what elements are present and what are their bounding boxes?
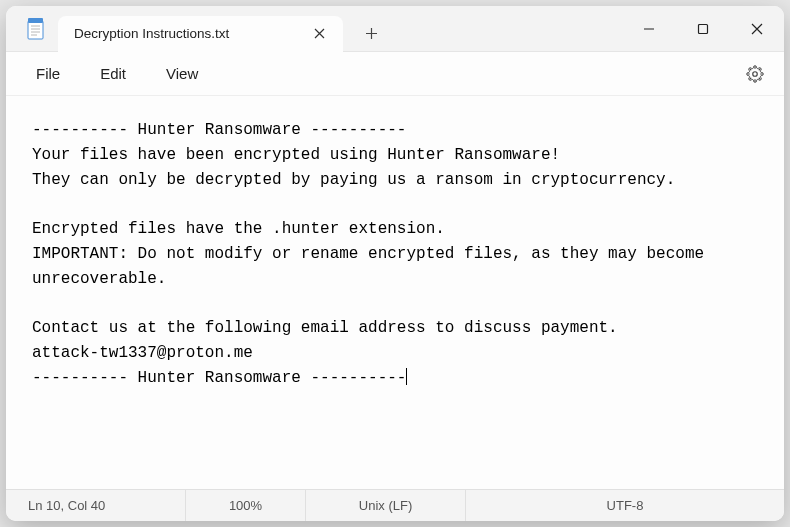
menu-file[interactable]: File (16, 59, 80, 88)
document-tab[interactable]: Decryption Instructions.txt (58, 16, 343, 52)
new-tab-button[interactable] (351, 16, 391, 52)
close-button[interactable] (730, 6, 784, 52)
menu-edit[interactable]: Edit (80, 59, 146, 88)
menubar: File Edit View (6, 52, 784, 96)
titlebar: Decryption Instructions.txt (6, 6, 784, 52)
status-encoding[interactable]: UTF-8 (466, 490, 784, 521)
status-line-ending[interactable]: Unix (LF) (306, 490, 466, 521)
menu-view[interactable]: View (146, 59, 218, 88)
status-zoom[interactable]: 100% (186, 490, 306, 521)
statusbar: Ln 10, Col 40 100% Unix (LF) UTF-8 (6, 489, 784, 521)
text-editor-area[interactable]: ---------- Hunter Ransomware ---------- … (6, 96, 784, 489)
maximize-button[interactable] (676, 6, 730, 52)
tab-close-button[interactable] (309, 24, 329, 44)
settings-button[interactable] (736, 57, 774, 91)
minimize-button[interactable] (622, 6, 676, 52)
status-position[interactable]: Ln 10, Col 40 (6, 490, 186, 521)
svg-rect-0 (28, 21, 43, 39)
svg-rect-6 (699, 24, 708, 33)
text-caret (406, 368, 407, 385)
svg-rect-1 (28, 18, 43, 23)
window-controls (622, 6, 784, 52)
notepad-window: Decryption Instructions.txt File Edit Vi… (6, 6, 784, 521)
tab-title: Decryption Instructions.txt (74, 26, 309, 41)
notepad-icon (24, 18, 46, 40)
document-text: ---------- Hunter Ransomware ---------- … (32, 121, 714, 387)
svg-point-7 (753, 71, 758, 76)
